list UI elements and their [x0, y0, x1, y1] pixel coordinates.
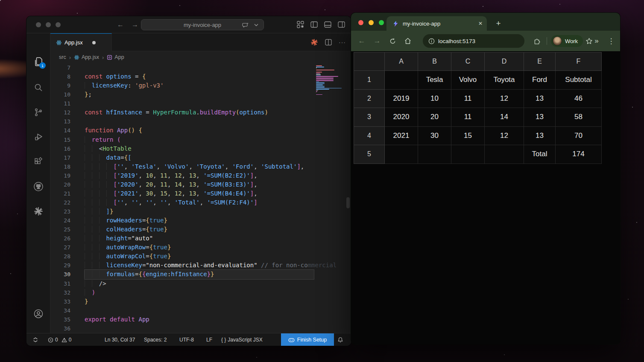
breadcrumb-src[interactable]: src: [59, 54, 66, 60]
toggle-secondary-sidebar-icon[interactable]: [338, 21, 345, 28]
table-cell[interactable]: 13: [524, 108, 556, 127]
table-cell[interactable]: 2019: [385, 89, 418, 108]
code-line[interactable]: 31 />: [50, 279, 351, 288]
code-line[interactable]: 30 formulas={{engine:hfInstance}}: [50, 270, 351, 279]
vscode-zoom-button[interactable]: [56, 22, 61, 27]
code-line[interactable]: 26 height="auto": [50, 234, 351, 243]
row-header-1[interactable]: 1: [354, 71, 385, 90]
code-line[interactable]: 22 ['', '', '', '', 'Total', '=SUM(F2:F4…: [50, 198, 351, 207]
tab-close-icon[interactable]: ✕: [478, 20, 483, 26]
url-text[interactable]: localhost:5173: [438, 38, 475, 44]
table-cell[interactable]: 58: [556, 108, 602, 127]
encoding-setting[interactable]: UTF-8: [179, 333, 194, 346]
editor-scrollbar-thumb[interactable]: [346, 197, 350, 208]
eol-setting[interactable]: LF: [206, 333, 212, 346]
column-header-B[interactable]: B: [418, 53, 451, 71]
table-cell[interactable]: Volvo: [451, 71, 485, 90]
sidebar-item-starburst-extension[interactable]: [26, 201, 50, 221]
back-button[interactable]: ←: [115, 20, 126, 29]
table-cell[interactable]: 15: [451, 126, 485, 145]
browser-close-button[interactable]: [358, 20, 363, 25]
browser-forward-button[interactable]: →: [372, 36, 382, 46]
starburst-editor-icon[interactable]: [310, 38, 318, 46]
code-line[interactable]: 17 data={[: [50, 153, 351, 162]
code-editor[interactable]: 78const options = {9 licenseKey: 'gpl-v3…: [50, 63, 351, 333]
code-line[interactable]: 7: [50, 63, 351, 72]
indentation-setting[interactable]: Spaces: 2: [144, 333, 167, 346]
row-header-5[interactable]: 5: [354, 145, 385, 164]
table-cell[interactable]: 10: [418, 89, 451, 108]
code-line[interactable]: 13: [50, 117, 351, 126]
table-cell[interactable]: 2021: [385, 126, 418, 145]
vscode-minimize-button[interactable]: [46, 22, 51, 27]
table-cell[interactable]: 14: [485, 108, 524, 127]
sidebar-item-explorer[interactable]: 1: [26, 52, 50, 72]
code-line[interactable]: 25 colHeaders={true}: [50, 225, 351, 234]
table-cell[interactable]: [385, 145, 418, 164]
code-line[interactable]: 33}: [50, 297, 351, 306]
more-actions-icon[interactable]: ···: [339, 39, 346, 46]
code-line[interactable]: 14function App() {: [50, 126, 351, 135]
overflow-chevrons-icon[interactable]: »: [592, 36, 601, 46]
browser-reload-button[interactable]: [388, 36, 397, 46]
table-cell[interactable]: 12: [485, 89, 524, 108]
code-line[interactable]: 10};: [50, 90, 351, 99]
breadcrumb-symbol[interactable]: App: [114, 54, 124, 60]
copilot-chat-icon[interactable]: [242, 22, 249, 29]
browser-tab[interactable]: my-invoice-app ✕: [386, 16, 487, 31]
command-center-search[interactable]: my-invoice-app: [141, 19, 264, 30]
code-line[interactable]: 16 <HotTable: [50, 144, 351, 153]
column-header-C[interactable]: C: [451, 53, 485, 71]
remote-indicator[interactable]: [32, 333, 38, 346]
column-header-A[interactable]: A: [385, 53, 418, 71]
new-tab-button[interactable]: +: [493, 18, 504, 29]
column-header-E[interactable]: E: [524, 53, 556, 71]
code-line[interactable]: 35export default App: [50, 315, 351, 324]
sidebar-item-extensions[interactable]: [26, 152, 50, 172]
table-corner[interactable]: [354, 53, 385, 71]
code-line[interactable]: 32 ): [50, 288, 351, 297]
code-line[interactable]: 18 ['', 'Tesla', 'Volvo', 'Toyota', 'For…: [50, 162, 351, 171]
table-cell[interactable]: 2020: [385, 108, 418, 127]
table-cell[interactable]: 30: [418, 126, 451, 145]
table-cell[interactable]: 20: [418, 108, 451, 127]
address-bar[interactable]: localhost:5173: [423, 34, 524, 48]
code-line[interactable]: 21 ['2021', 30, 15, 12, 13, '=SUM(B4:E4)…: [50, 189, 351, 198]
column-header-D[interactable]: D: [485, 53, 524, 71]
table-cell[interactable]: [485, 145, 524, 164]
browser-minimize-button[interactable]: [369, 20, 374, 25]
table-cell[interactable]: 11: [451, 89, 485, 108]
code-line[interactable]: 8const options = {: [50, 72, 351, 81]
minimap[interactable]: [316, 64, 345, 97]
notifications-bell-icon[interactable]: [337, 333, 343, 346]
table-cell[interactable]: 46: [556, 89, 602, 108]
code-line[interactable]: 11: [50, 99, 351, 108]
table-cell[interactable]: Subtotal: [556, 71, 602, 90]
site-info-icon[interactable]: [428, 38, 435, 44]
code-line[interactable]: 36: [50, 324, 351, 333]
table-cell[interactable]: [451, 145, 485, 164]
table-cell[interactable]: Toyota: [485, 71, 524, 90]
sidebar-item-github[interactable]: [26, 177, 50, 196]
finish-setup-button[interactable]: Finish Setup: [281, 333, 334, 346]
table-cell[interactable]: 174: [556, 145, 602, 164]
sidebar-item-source-control[interactable]: [26, 102, 50, 122]
code-line[interactable]: 9 licenseKey: 'gpl-v3': [50, 81, 351, 90]
profile-chip[interactable]: Work: [551, 35, 583, 47]
code-line[interactable]: 34: [50, 306, 351, 315]
code-line[interactable]: 19 ['2019', 10, 11, 12, 13, '=SUM(B2:E2)…: [50, 171, 351, 180]
account-icon[interactable]: [26, 304, 50, 324]
customize-layout-icon[interactable]: [297, 21, 304, 28]
table-cell[interactable]: Tesla: [418, 71, 451, 90]
chevron-down-icon[interactable]: [254, 23, 258, 26]
table-cell[interactable]: 13: [524, 126, 556, 145]
cursor-position[interactable]: Ln 30, Col 37: [105, 333, 135, 346]
vscode-close-button[interactable]: [36, 22, 41, 27]
browser-zoom-button[interactable]: [379, 20, 384, 25]
code-line[interactable]: 12const hfInstance = HyperFormula.buildE…: [50, 108, 351, 117]
breadcrumb[interactable]: src › App.jsx › App: [50, 51, 351, 63]
table-cell[interactable]: 12: [485, 126, 524, 145]
table-cell[interactable]: Ford: [524, 71, 556, 90]
row-header-3[interactable]: 3: [354, 108, 385, 127]
table-cell[interactable]: 70: [556, 126, 602, 145]
